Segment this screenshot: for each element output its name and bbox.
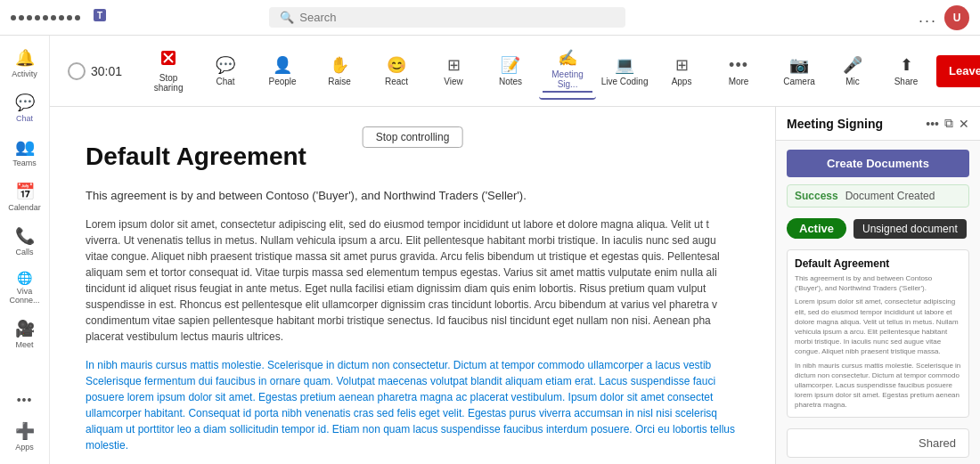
react-label: React bbox=[385, 77, 408, 86]
doc-para-1: Lorem ipsum dolor sit amet, consectetur … bbox=[86, 216, 739, 345]
more-options-icon[interactable]: ... bbox=[919, 8, 937, 27]
stop-sharing-icon bbox=[159, 49, 177, 71]
status-unsigned-badge: Unsigned document bbox=[853, 219, 967, 239]
meeting-sig-label: Meeting Sig... bbox=[543, 69, 592, 93]
user-avatar[interactable]: U bbox=[944, 5, 969, 30]
doc-inner[interactable]: Stop controlling Default Agreement This … bbox=[50, 107, 775, 464]
doc-wrapper: Stop controlling Default Agreement This … bbox=[50, 107, 775, 464]
sidebar-item-viva[interactable]: 🌐 Viva Conne... bbox=[5, 265, 45, 310]
apps-button[interactable]: ⊞ Apps bbox=[653, 50, 710, 92]
sidebar-item-teams[interactable]: 👥 Teams bbox=[5, 132, 45, 173]
sidebar-item-label: Apps bbox=[15, 443, 34, 452]
more-icon: ••• bbox=[17, 393, 33, 407]
sidebar-item-calls[interactable]: 📞 Calls bbox=[5, 221, 45, 262]
raise-label: Raise bbox=[328, 77, 351, 86]
more-button[interactable]: ••• More bbox=[710, 51, 767, 92]
view-icon: ⊞ bbox=[447, 55, 461, 75]
chat-icon: 💬 bbox=[216, 55, 235, 75]
camera-icon: 📷 bbox=[789, 55, 809, 75]
live-coding-icon: 💻 bbox=[615, 55, 634, 75]
panel-close-icon[interactable]: ✕ bbox=[959, 117, 969, 131]
teams-logo: T bbox=[91, 4, 112, 30]
people-button[interactable]: 👤 People bbox=[254, 50, 311, 92]
sidebar-item-calendar[interactable]: 📅 Calendar bbox=[5, 176, 45, 217]
shared-badge: Shared bbox=[787, 428, 969, 458]
panel-header: Meeting Signing ••• ⧉ ✕ bbox=[776, 107, 980, 141]
doc-subtitle: This agreement is by and between Contoso… bbox=[86, 189, 739, 202]
sidebar-item-label: Meet bbox=[15, 340, 33, 349]
toolbar-right: 📷 Camera 🎤 Mic ⬆ Share Leave ▼ bbox=[776, 55, 980, 87]
sidebar: 🔔 Activity 💬 Chat 👥 Teams 📅 Calendar 📞 C… bbox=[0, 36, 50, 464]
doc-preview: Default Agreement This agreement is by a… bbox=[787, 249, 969, 418]
view-button[interactable]: ⊞ View bbox=[425, 50, 482, 92]
sidebar-item-label: Teams bbox=[12, 159, 37, 167]
panel-more-icon[interactable]: ••• bbox=[926, 117, 939, 131]
apps-icon: ➕ bbox=[15, 421, 35, 441]
camera-label: Camera bbox=[783, 77, 815, 86]
stop-controlling-button[interactable]: Stop controlling bbox=[363, 126, 463, 148]
calendar-icon: 📅 bbox=[15, 182, 35, 201]
sidebar-item-label: Calls bbox=[15, 248, 33, 256]
stop-sharing-button[interactable]: Stop sharing bbox=[140, 44, 197, 98]
share-button[interactable]: ⬆ Share bbox=[883, 55, 929, 86]
leave-button-group: Leave ▼ bbox=[936, 55, 980, 87]
success-text: Document Created bbox=[845, 190, 935, 202]
search-bar[interactable]: 🔍 bbox=[269, 7, 625, 28]
sidebar-item-label: Viva Conne... bbox=[9, 287, 39, 305]
doc-preview-text-3: In nibh mauris cursus mattis molestie. S… bbox=[795, 361, 961, 411]
panel-expand-icon[interactable]: ⧉ bbox=[944, 116, 953, 131]
meeting-toolbar: 30:01 Stop sharing 💬 Chat 👤 People bbox=[50, 36, 980, 107]
sidebar-item-label: Activity bbox=[12, 69, 37, 78]
doc-body: Lorem ipsum dolor sit amet, consectetur … bbox=[86, 216, 739, 464]
content-area: Stop controlling Default Agreement This … bbox=[50, 107, 980, 464]
apps-icon2: ⊞ bbox=[675, 55, 689, 75]
chat-label: Chat bbox=[216, 77, 234, 86]
main-layout: 🔔 Activity 💬 Chat 👥 Teams 📅 Calendar 📞 C… bbox=[0, 36, 980, 464]
view-label: View bbox=[444, 77, 463, 86]
meeting-sig-button[interactable]: ✍ Meeting Sig... bbox=[539, 43, 596, 100]
meeting-sig-icon: ✍ bbox=[558, 48, 577, 68]
sidebar-item-apps[interactable]: ➕ Apps bbox=[5, 416, 45, 457]
live-coding-label: Live Coding bbox=[601, 77, 649, 86]
raise-button[interactable]: ✋ Raise bbox=[311, 50, 368, 92]
meet-icon: 🎥 bbox=[15, 319, 35, 338]
doc-para-2: In nibh mauris cursus mattis molestie. S… bbox=[86, 357, 739, 453]
timer-circle bbox=[68, 62, 86, 80]
top-bar: T 🔍 ... U bbox=[0, 0, 980, 36]
notes-button[interactable]: 📝 Notes bbox=[482, 50, 539, 92]
stop-sharing-label: Stop sharing bbox=[143, 73, 193, 93]
sidebar-item-activity[interactable]: 🔔 Activity bbox=[5, 43, 45, 84]
chat-icon: 💬 bbox=[15, 93, 35, 112]
mic-icon: 🎤 bbox=[843, 55, 862, 75]
app-grid-icon[interactable] bbox=[11, 15, 80, 20]
sidebar-item-chat[interactable]: 💬 Chat bbox=[5, 87, 45, 128]
timer-display: 30:01 bbox=[91, 64, 122, 78]
sidebar-item-meet[interactable]: 🎥 Meet bbox=[5, 313, 45, 354]
react-icon: 😊 bbox=[387, 55, 406, 75]
toolbar-timer: 30:01 bbox=[68, 62, 122, 80]
live-coding-button[interactable]: 💻 Live Coding bbox=[596, 50, 653, 92]
mic-button[interactable]: 🎤 Mic bbox=[829, 55, 876, 86]
apps-label: Apps bbox=[672, 77, 692, 86]
search-icon: 🔍 bbox=[280, 11, 294, 24]
leave-button[interactable]: Leave bbox=[936, 55, 980, 87]
success-bar: Success Document Created bbox=[787, 184, 969, 208]
notes-icon: 📝 bbox=[501, 55, 520, 75]
activity-icon: 🔔 bbox=[15, 48, 35, 68]
people-label: People bbox=[268, 77, 296, 86]
top-bar-right: ... U bbox=[919, 5, 969, 30]
more-label: More bbox=[729, 77, 749, 86]
sidebar-item-more[interactable]: ••• bbox=[5, 387, 45, 412]
share-label: Share bbox=[894, 77, 919, 86]
chat-button[interactable]: 💬 Chat bbox=[197, 50, 254, 92]
doc-preview-title: Default Agreement bbox=[795, 257, 961, 270]
search-input[interactable] bbox=[299, 11, 615, 24]
create-docs-button[interactable]: Create Documents bbox=[787, 150, 969, 177]
doc-preview-text-1: This agreement is by and between Contoso… bbox=[795, 273, 961, 293]
toolbar-actions: Stop sharing 💬 Chat 👤 People ✋ Raise 😊 R… bbox=[140, 43, 767, 100]
react-button[interactable]: 😊 React bbox=[368, 50, 425, 92]
sidebar-item-label: Chat bbox=[16, 114, 33, 123]
camera-button[interactable]: 📷 Camera bbox=[776, 55, 822, 86]
panel-body: Create Documents Success Document Create… bbox=[776, 141, 980, 464]
doc-preview-text-2: Lorem ipsum dolor sit amet, consectetur … bbox=[795, 297, 961, 356]
